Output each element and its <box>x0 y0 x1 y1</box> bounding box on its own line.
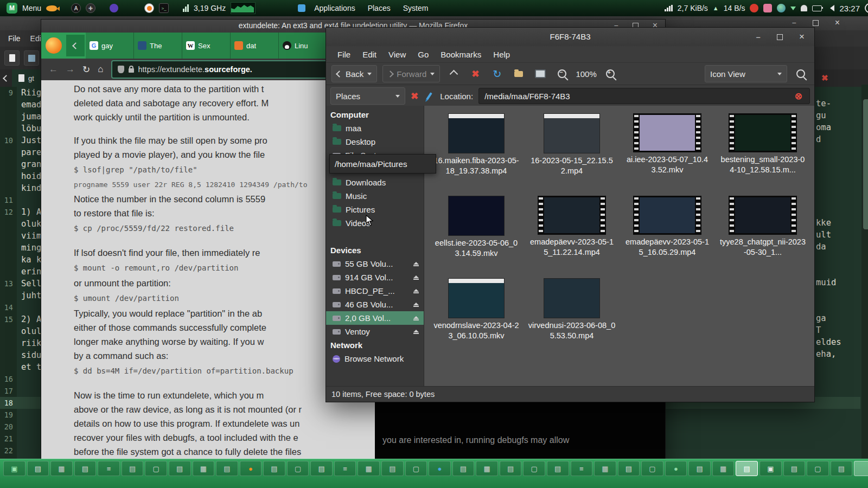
sidebar-item-pictures[interactable]: Pictures <box>326 203 424 216</box>
sidebar-item-ventoy[interactable]: Ventoy <box>326 325 424 338</box>
panel-menu-system[interactable]: System <box>399 4 432 12</box>
taskbar-window-button-22[interactable]: ▢ <box>523 461 545 476</box>
taskbar-window-button-8[interactable]: ▦ <box>193 461 215 476</box>
taskbar-window-button-35[interactable]: ▤ <box>831 461 853 476</box>
eject-icon[interactable] <box>413 316 419 320</box>
editor-close-button[interactable]: × <box>835 18 840 28</box>
scrollbar-thumb[interactable] <box>863 99 868 230</box>
taskbar-window-button-27[interactable]: ▢ <box>641 461 663 476</box>
file-item[interactable]: 16.maiken.fiba-2023-05-18_19.37.38.mp4 <box>429 113 524 194</box>
power-icon[interactable] <box>865 3 868 13</box>
taskbar-window-button-13[interactable]: ▤ <box>310 461 333 476</box>
desktop-button[interactable] <box>532 66 548 82</box>
reload-icon[interactable]: ↻ <box>82 64 90 75</box>
taskbar-window-button-26[interactable]: ▤ <box>618 461 640 476</box>
fm-close-button[interactable]: × <box>799 31 805 42</box>
taskbar-window-button-5[interactable]: ▤ <box>122 461 144 476</box>
taskbar-window-button-7[interactable]: ▤ <box>169 461 191 476</box>
fm-menu-bookmarks[interactable]: Bookmarks <box>435 50 487 59</box>
taskbar-window-button-32[interactable]: ▣ <box>760 461 782 476</box>
taskbar-window-button-3[interactable]: ▤ <box>74 461 97 476</box>
view-mode-dropdown[interactable]: Icon View <box>705 65 787 82</box>
taskbar-window-button-20[interactable]: ▦ <box>476 461 498 476</box>
wanda-fish-icon[interactable] <box>46 5 57 11</box>
mint-menu-icon[interactable]: M <box>7 3 17 14</box>
back-button[interactable]: Back <box>331 65 377 82</box>
taskbar-window-button-24[interactable]: ≡ <box>571 461 593 476</box>
stop-button[interactable]: ✖ <box>467 66 483 82</box>
deluge-tray-icon[interactable] <box>110 4 118 12</box>
tab-scroll-left-button[interactable] <box>0 69 12 87</box>
location-clear-icon[interactable]: ⊗ <box>795 91 802 102</box>
url-text[interactable]: https://extundelete.sourceforge. <box>138 65 252 74</box>
editor-menu-file[interactable]: File <box>3 34 25 43</box>
eject-icon[interactable] <box>413 289 419 293</box>
file-item[interactable]: virvednusi-2023-06-08_05.53.50.mp4 <box>524 278 620 358</box>
eject-icon[interactable] <box>413 275 419 280</box>
taskbar-window-button-29[interactable]: ▤ <box>688 461 711 476</box>
tray-icon-globe[interactable] <box>777 4 786 12</box>
file-item[interactable]: tyye28_chatgpt_nii-2023-05-30_1... <box>715 196 810 276</box>
tools-icon[interactable]: ✚ <box>86 3 95 13</box>
sidebar-item-maa[interactable]: maa <box>326 121 424 135</box>
reload-button[interactable]: ↻ <box>489 66 505 82</box>
up-button[interactable] <box>445 66 462 82</box>
tray-icon-red[interactable] <box>750 4 758 12</box>
taskbar-window-button-10[interactable]: ● <box>240 461 262 476</box>
taskbar-window-button-14[interactable]: ≡ <box>334 461 356 476</box>
fm-titlebar[interactable]: F6F8-74B3 − × <box>326 28 814 46</box>
system-monitor-graph[interactable] <box>231 2 256 14</box>
sidebar-item-videos[interactable]: Videos <box>326 216 424 230</box>
fm-menu-file[interactable]: File <box>331 50 356 59</box>
taskbar-window-button-19[interactable]: ▤ <box>452 461 475 476</box>
taskbar-window-button-4[interactable]: ≡ <box>98 461 120 476</box>
tray-icon-pink[interactable] <box>763 4 772 12</box>
sidebar-item-desktop[interactable]: Desktop <box>326 135 424 149</box>
zoom-out-button[interactable]: − <box>554 66 570 82</box>
file-item[interactable]: venodrnslave-2023-04-23_06.10.05.mkv <box>429 278 524 358</box>
taskbar-window-button-23[interactable]: ▤ <box>547 461 569 476</box>
file-item[interactable]: bestening_small-2023-04-10_12.58.15.m... <box>715 113 810 194</box>
eject-icon[interactable] <box>413 303 419 307</box>
file-item[interactable]: eellst.iee-2023-05-06_03.14.59.mkv <box>429 196 524 276</box>
home-folder-button[interactable] <box>510 66 527 82</box>
panel-menu-applications[interactable]: Applications <box>310 4 359 12</box>
taskbar-window-button-21[interactable]: ▤ <box>500 461 522 476</box>
fm-minimize-button[interactable]: − <box>756 33 761 42</box>
firefox-tray-icon[interactable] <box>144 3 154 13</box>
file-item[interactable]: emadepäevv-2023-05-15_16.05.29.mp4 <box>620 196 715 276</box>
search-a-icon[interactable]: A <box>71 3 81 13</box>
panel-menu-places[interactable]: Places <box>364 4 394 12</box>
tab-close-icon[interactable]: ✖ <box>821 73 828 83</box>
taskbar-window-button-11[interactable]: ▤ <box>263 461 285 476</box>
sidebar-item-downloads[interactable]: Downloads <box>326 176 424 189</box>
browser-tab[interactable]: The <box>134 33 182 59</box>
taskbar-window-button-16[interactable]: ▤ <box>381 461 404 476</box>
sidebar-item-hbcd-pe[interactable]: HBCD_PE_... <box>326 284 424 298</box>
forward-button[interactable]: Forward <box>382 65 440 82</box>
browser-tab[interactable]: Linu <box>279 33 327 59</box>
tray-chevron-icon[interactable] <box>790 7 796 13</box>
taskbar-window-button-30[interactable]: ▦ <box>712 461 735 476</box>
taskbar-window-button-1[interactable]: ▤ <box>27 461 49 476</box>
home-icon[interactable]: ⌂ <box>98 64 103 75</box>
editor-minimize-button[interactable]: − <box>792 18 796 27</box>
taskbar-window-button-2[interactable]: ▦ <box>50 461 73 476</box>
search-button[interactable] <box>793 66 809 82</box>
taskbar-window-button-34[interactable]: ▢ <box>807 461 829 476</box>
tracking-shield-icon[interactable] <box>118 66 124 73</box>
notification-bell-icon[interactable] <box>801 5 807 11</box>
browser-tab[interactable]: Ggay <box>86 33 134 59</box>
sidebar-item-2-0-gb-vol[interactable]: 2,0 GB Vol... <box>326 311 424 325</box>
taskbar-window-button-18[interactable]: ● <box>429 461 451 476</box>
browser-tab[interactable]: dat <box>231 33 279 59</box>
taskbar-window-button-6[interactable]: ▢ <box>145 461 167 476</box>
file-item[interactable]: emadepäevv-2023-05-15_11.22.14.mp4 <box>524 196 620 276</box>
location-input[interactable] <box>478 88 810 104</box>
fm-menu-help[interactable]: Help <box>487 50 516 59</box>
edit-location-icon[interactable] <box>426 92 432 100</box>
taskbar-window-button-15[interactable]: ▦ <box>358 461 380 476</box>
zoom-in-button[interactable]: + <box>602 66 618 82</box>
sidebar-item-music[interactable]: Music <box>326 189 424 203</box>
editor-maximize-button[interactable] <box>813 20 819 26</box>
